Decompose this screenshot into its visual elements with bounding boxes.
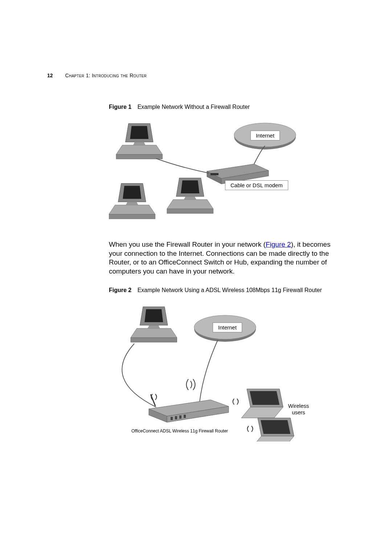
figure2-image: Internet Wireless users OfficeConnect AD… xyxy=(109,300,312,445)
svg-marker-21 xyxy=(109,214,155,219)
figure2-label: Figure 2 xyxy=(109,287,131,293)
figure1-modem-label: Cable or DSL modem xyxy=(225,180,288,190)
svg-marker-19 xyxy=(123,186,141,199)
svg-marker-11 xyxy=(116,155,163,159)
svg-marker-14 xyxy=(181,180,199,193)
svg-marker-42 xyxy=(241,407,283,418)
svg-marker-20 xyxy=(109,205,155,214)
svg-marker-26 xyxy=(131,337,177,342)
svg-marker-16 xyxy=(167,209,213,214)
figure2-link[interactable]: Figure 2 xyxy=(266,241,291,248)
svg-marker-41 xyxy=(250,391,279,405)
svg-rect-35 xyxy=(171,417,173,420)
svg-rect-37 xyxy=(179,415,181,419)
svg-marker-9 xyxy=(130,126,148,139)
figure2-internet-label: Internet xyxy=(213,323,242,332)
figure1-caption-text: Example Network Without a Firewall Route… xyxy=(138,104,250,110)
svg-marker-24 xyxy=(144,309,163,322)
figure2-caption-text: Example Network Using a ADSL Wireless 10… xyxy=(138,287,322,293)
svg-marker-27 xyxy=(148,325,160,328)
svg-marker-25 xyxy=(131,328,177,338)
svg-marker-10 xyxy=(116,145,163,155)
svg-marker-45 xyxy=(252,436,294,442)
figure1-label: Figure 1 xyxy=(109,104,131,110)
svg-marker-17 xyxy=(184,197,196,200)
chapter-title: Chapter 1: Introducing the Router xyxy=(65,73,147,78)
svg-rect-38 xyxy=(184,415,186,418)
svg-marker-12 xyxy=(133,142,146,145)
figure1-internet-label: Internet xyxy=(250,131,280,140)
page-header: 12 Chapter 1: Introducing the Router xyxy=(47,73,348,78)
svg-rect-7 xyxy=(211,173,219,175)
svg-marker-15 xyxy=(167,200,213,209)
svg-rect-36 xyxy=(175,416,177,419)
figure1-image: Internet Cable or DSL modem xyxy=(109,117,312,226)
svg-marker-22 xyxy=(126,202,138,205)
page-number: 12 xyxy=(47,73,53,78)
figure1-caption: Figure 1 Example Network Without a Firew… xyxy=(109,104,334,110)
body-paragraph: When you use the Firewall Router in your… xyxy=(109,240,334,276)
figure2-router-label: OfficeConnect ADSL Wireless 11g Firewall… xyxy=(131,428,228,434)
svg-marker-44 xyxy=(261,420,290,434)
para-text-before: When you use the Firewall Router in your… xyxy=(109,241,266,248)
figure2-wireless-label: Wireless users xyxy=(285,403,312,416)
figure2-caption: Figure 2 Example Network Using a ADSL Wi… xyxy=(109,287,334,294)
